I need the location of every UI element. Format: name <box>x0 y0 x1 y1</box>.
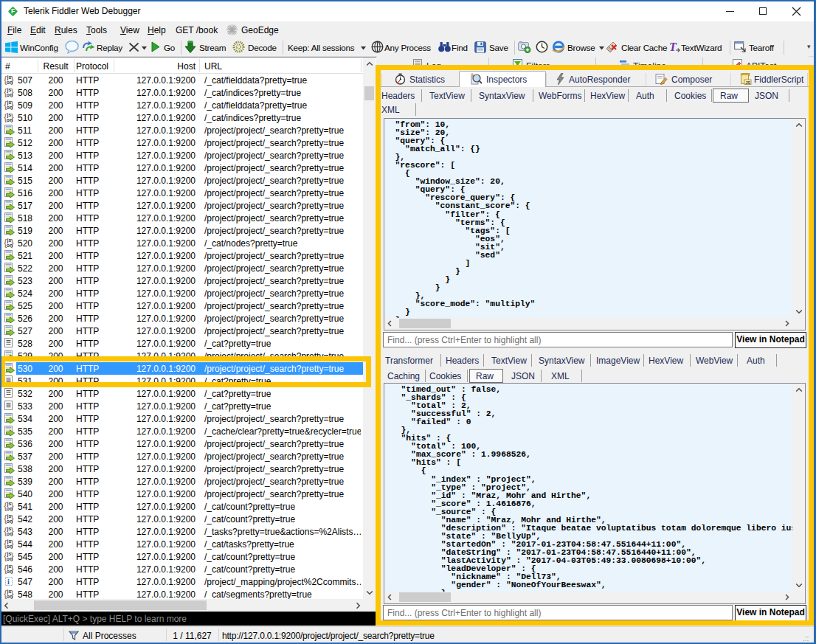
svg-text:on: on <box>7 531 13 536</box>
svg-text:on: on <box>7 594 13 599</box>
svg-text:on: on <box>7 569 13 574</box>
svg-text:on: on <box>7 243 13 248</box>
svg-text:T: T <box>669 41 677 53</box>
svg-text:on: on <box>7 506 13 511</box>
svg-text:on: on <box>7 544 13 549</box>
svg-text:on: on <box>7 105 13 110</box>
svg-text:on: on <box>7 117 13 122</box>
svg-text:i: i <box>7 578 10 586</box>
svg-text:F: F <box>11 7 15 15</box>
svg-text:on: on <box>7 556 13 561</box>
svg-text:on: on <box>7 92 13 97</box>
svg-text:on: on <box>7 80 13 85</box>
svg-text:on: on <box>7 519 13 524</box>
